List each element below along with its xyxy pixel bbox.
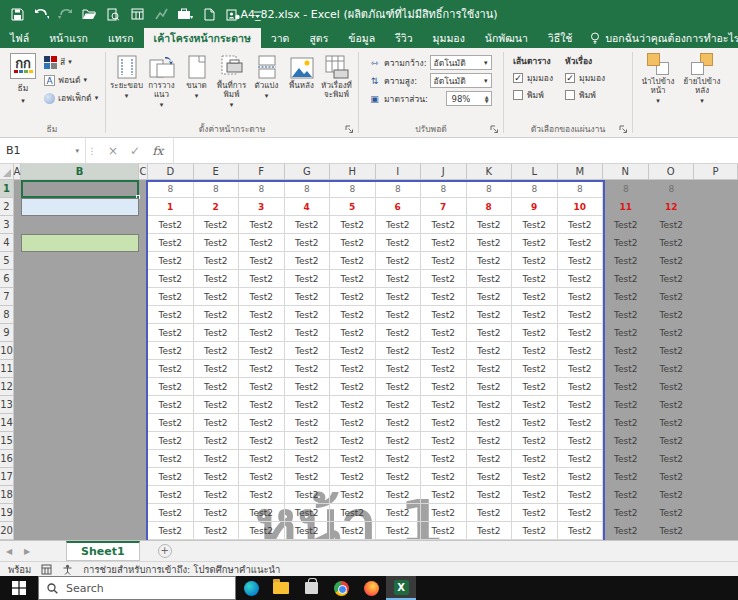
column-header-G[interactable]: G: [285, 164, 331, 180]
cell-L14[interactable]: Test2: [512, 414, 558, 432]
cell-M7[interactable]: Test2: [558, 288, 604, 306]
cell-M9[interactable]: Test2: [558, 324, 604, 342]
row-header-16[interactable]: 16: [0, 450, 14, 468]
tab-3[interactable]: เค้าโครงหน้ากระดาษ: [144, 28, 261, 48]
cell-K1[interactable]: 8: [467, 180, 513, 198]
cell-K5[interactable]: Test2: [467, 252, 513, 270]
send-backward-button[interactable]: ย้ายไปข้างหลัง▾: [680, 51, 724, 117]
tab-5[interactable]: สูตร: [299, 28, 338, 48]
cell-N10[interactable]: Test2: [603, 342, 649, 360]
cell-D19[interactable]: Test2: [148, 504, 194, 522]
cell-K3[interactable]: Test2: [467, 216, 513, 234]
themes-button[interactable]: กกธีม▾: [2, 51, 44, 121]
cell-I14[interactable]: Test2: [376, 414, 422, 432]
cell-J14[interactable]: Test2: [421, 414, 467, 432]
cell-I11[interactable]: Test2: [376, 360, 422, 378]
tab-7[interactable]: รีวิว: [385, 28, 422, 48]
column-header-L[interactable]: L: [512, 164, 558, 180]
chart-icon[interactable]: [150, 4, 172, 24]
cell-I3[interactable]: Test2: [376, 216, 422, 234]
cell-K9[interactable]: Test2: [467, 324, 513, 342]
chrome-icon[interactable]: [326, 576, 356, 600]
cell-E11[interactable]: Test2: [194, 360, 240, 378]
cell-N18[interactable]: Test2: [603, 486, 649, 504]
row-header-10[interactable]: 10: [0, 342, 14, 360]
briefcase-icon[interactable]: ▾: [174, 4, 196, 24]
cell-N5[interactable]: Test2: [603, 252, 649, 270]
cell-O2[interactable]: 12: [649, 198, 695, 216]
bring-forward-button[interactable]: นำไปข้างหน้า▾: [636, 51, 680, 117]
cell-D11[interactable]: Test2: [148, 360, 194, 378]
cell-H10[interactable]: Test2: [330, 342, 376, 360]
print-area-button[interactable]: พื้นที่การพิมพ์▾: [214, 51, 249, 117]
cell-N3[interactable]: Test2: [603, 216, 649, 234]
tab-10[interactable]: วิธีใช้: [538, 28, 583, 48]
sheet-nav-prev-icon[interactable]: ◀: [0, 541, 18, 561]
enter-icon[interactable]: ✓: [130, 144, 140, 158]
cell-F8[interactable]: Test2: [239, 306, 285, 324]
cell-D16[interactable]: Test2: [148, 450, 194, 468]
cell-N6[interactable]: Test2: [603, 270, 649, 288]
cell-L17[interactable]: Test2: [512, 468, 558, 486]
cell-O1[interactable]: 8: [649, 180, 695, 198]
cell-O16[interactable]: Test2: [649, 450, 695, 468]
cell-O8[interactable]: Test2: [649, 306, 695, 324]
row-header-5[interactable]: 5: [0, 252, 14, 270]
sheet-tab-sheet1[interactable]: Sheet1: [66, 541, 140, 561]
tab-2[interactable]: แทรก: [98, 28, 144, 48]
cell-I10[interactable]: Test2: [376, 342, 422, 360]
cell-K17[interactable]: Test2: [467, 468, 513, 486]
cell-N7[interactable]: Test2: [603, 288, 649, 306]
cell-D9[interactable]: Test2: [148, 324, 194, 342]
redo-icon[interactable]: ▾: [54, 4, 76, 24]
cell-H2[interactable]: 5: [330, 198, 376, 216]
cell-F14[interactable]: Test2: [239, 414, 285, 432]
edge-icon[interactable]: [236, 576, 266, 600]
column-header-M[interactable]: M: [558, 164, 604, 180]
row-header-17[interactable]: 17: [0, 468, 14, 486]
column-header-K[interactable]: K: [467, 164, 513, 180]
contact-icon[interactable]: [222, 4, 244, 24]
cell-J13[interactable]: Test2: [421, 396, 467, 414]
cell-D15[interactable]: Test2: [148, 432, 194, 450]
cell-K13[interactable]: Test2: [467, 396, 513, 414]
cell-E17[interactable]: Test2: [194, 468, 240, 486]
checkbox-row[interactable]: ✓มุมมอง: [513, 71, 553, 85]
cell-J15[interactable]: Test2: [421, 432, 467, 450]
cell-J16[interactable]: Test2: [421, 450, 467, 468]
cell-E18[interactable]: Test2: [194, 486, 240, 504]
cell-G16[interactable]: Test2: [285, 450, 331, 468]
cell-I16[interactable]: Test2: [376, 450, 422, 468]
column-header-H[interactable]: H: [330, 164, 376, 180]
checkbox-row[interactable]: พิมพ์: [513, 88, 553, 102]
row-header-20[interactable]: 20: [0, 522, 14, 540]
cell-I2[interactable]: 6: [376, 198, 422, 216]
row-header-14[interactable]: 14: [0, 414, 14, 432]
page-setup-dialog-launcher-icon[interactable]: [345, 125, 355, 135]
cell-H3[interactable]: Test2: [330, 216, 376, 234]
cell-K20[interactable]: Test2: [467, 522, 513, 540]
cell-N2[interactable]: 11: [603, 198, 649, 216]
column-header-N[interactable]: N: [603, 164, 649, 180]
cell-F3[interactable]: Test2: [239, 216, 285, 234]
cell-G11[interactable]: Test2: [285, 360, 331, 378]
cell-G8[interactable]: Test2: [285, 306, 331, 324]
accessibility-icon[interactable]: [62, 564, 73, 575]
cell-M10[interactable]: Test2: [558, 342, 604, 360]
cell-K18[interactable]: Test2: [467, 486, 513, 504]
cell-G20[interactable]: Test2: [285, 522, 331, 540]
cell-O17[interactable]: Test2: [649, 468, 695, 486]
cell-M8[interactable]: Test2: [558, 306, 604, 324]
cell-J4[interactable]: Test2: [421, 234, 467, 252]
cell-L16[interactable]: Test2: [512, 450, 558, 468]
cell-K14[interactable]: Test2: [467, 414, 513, 432]
cell-J11[interactable]: Test2: [421, 360, 467, 378]
cell-M3[interactable]: Test2: [558, 216, 604, 234]
cell-F1[interactable]: 8: [239, 180, 285, 198]
cell-M13[interactable]: Test2: [558, 396, 604, 414]
accessibility-status[interactable]: การช่วยสำหรับการเข้าถึง: โปรดศึกษาคำแนะน…: [83, 562, 280, 577]
row-header-9[interactable]: 9: [0, 324, 14, 342]
cell-H14[interactable]: Test2: [330, 414, 376, 432]
cell-F20[interactable]: Test2: [239, 522, 285, 540]
formula-input[interactable]: [174, 138, 738, 163]
